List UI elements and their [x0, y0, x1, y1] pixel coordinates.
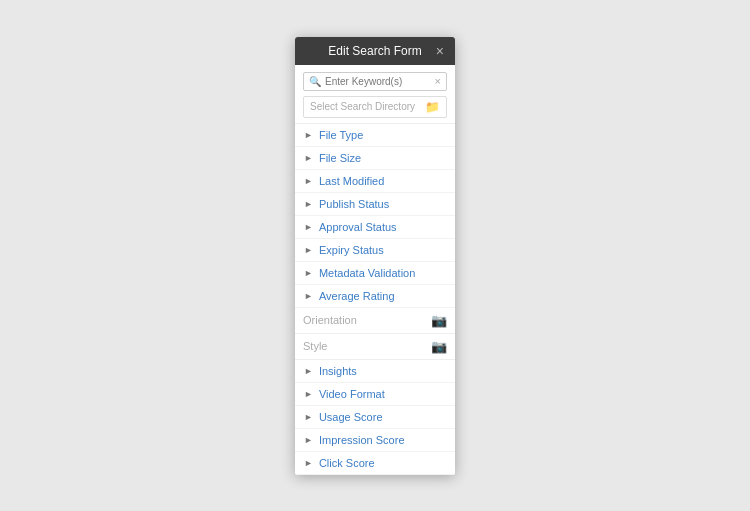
search-icon: 🔍 — [309, 76, 321, 87]
orientation-dropdown[interactable]: Orientation 📷 — [295, 308, 455, 334]
filter-label: Click Score — [319, 457, 375, 469]
filter-label: File Size — [319, 152, 361, 164]
filter-label: Publish Status — [319, 198, 389, 210]
chevron-right-icon: ► — [304, 389, 313, 399]
style-dropdown[interactable]: Style 📷 — [295, 334, 455, 360]
chevron-right-icon: ► — [304, 291, 313, 301]
modal-title: Edit Search Form — [328, 44, 421, 58]
filter-label: File Type — [319, 129, 363, 141]
chevron-right-icon: ► — [304, 268, 313, 278]
filter-label: Video Format — [319, 388, 385, 400]
chevron-right-icon: ► — [304, 130, 313, 140]
orientation-dropdown-icon: 📷 — [431, 313, 447, 328]
filter-item-publish-status[interactable]: ► Publish Status — [295, 193, 455, 216]
directory-selector[interactable]: Select Search Directory 📁 — [303, 96, 447, 118]
filter-item-insights[interactable]: ► Insights — [295, 360, 455, 383]
filter-item-expiry-status[interactable]: ► Expiry Status — [295, 239, 455, 262]
filter-item-impression-score[interactable]: ► Impression Score — [295, 429, 455, 452]
filter-item-average-rating[interactable]: ► Average Rating — [295, 285, 455, 308]
filter-item-approval-status[interactable]: ► Approval Status — [295, 216, 455, 239]
filter-label: Approval Status — [319, 221, 397, 233]
chevron-right-icon: ► — [304, 366, 313, 376]
close-button[interactable]: × — [433, 44, 447, 58]
chevron-right-icon: ► — [304, 153, 313, 163]
chevron-right-icon: ► — [304, 199, 313, 209]
modal-header: Edit Search Form × — [295, 37, 455, 65]
search-clear-button[interactable]: × — [435, 76, 441, 87]
filter-item-metadata-validation[interactable]: ► Metadata Validation — [295, 262, 455, 285]
orientation-label: Orientation — [303, 314, 357, 326]
filter-item-click-score[interactable]: ► Click Score — [295, 452, 455, 475]
filter-item-file-type[interactable]: ► File Type — [295, 124, 455, 147]
filter-label: Usage Score — [319, 411, 383, 423]
filter-label: Last Modified — [319, 175, 384, 187]
filter-item-video-format[interactable]: ► Video Format — [295, 383, 455, 406]
folder-icon: 📁 — [425, 100, 440, 114]
chevron-right-icon: ► — [304, 222, 313, 232]
keyword-search-input[interactable] — [325, 76, 435, 87]
search-input-wrapper: 🔍 × — [303, 72, 447, 91]
directory-placeholder: Select Search Directory — [310, 101, 415, 112]
chevron-right-icon: ► — [304, 176, 313, 186]
modal-overlay: Edit Search Form × 🔍 × Select Search Dir… — [0, 0, 750, 511]
style-dropdown-icon: 📷 — [431, 339, 447, 354]
filter-label: Impression Score — [319, 434, 405, 446]
filter-label: Expiry Status — [319, 244, 384, 256]
chevron-right-icon: ► — [304, 412, 313, 422]
chevron-right-icon: ► — [304, 458, 313, 468]
filter-item-last-modified[interactable]: ► Last Modified — [295, 170, 455, 193]
filter-label: Insights — [319, 365, 357, 377]
chevron-right-icon: ► — [304, 245, 313, 255]
filter-list-1: ► File Type ► File Size ► Last Modified … — [295, 124, 455, 308]
chevron-right-icon: ► — [304, 435, 313, 445]
filter-label: Average Rating — [319, 290, 395, 302]
filter-item-usage-score[interactable]: ► Usage Score — [295, 406, 455, 429]
filter-item-file-size[interactable]: ► File Size — [295, 147, 455, 170]
modal: Edit Search Form × 🔍 × Select Search Dir… — [295, 37, 455, 475]
filter-label: Metadata Validation — [319, 267, 415, 279]
style-label: Style — [303, 340, 327, 352]
filter-list-2: ► Insights ► Video Format ► Usage Score … — [295, 360, 455, 475]
search-section: 🔍 × Select Search Directory 📁 — [295, 65, 455, 124]
